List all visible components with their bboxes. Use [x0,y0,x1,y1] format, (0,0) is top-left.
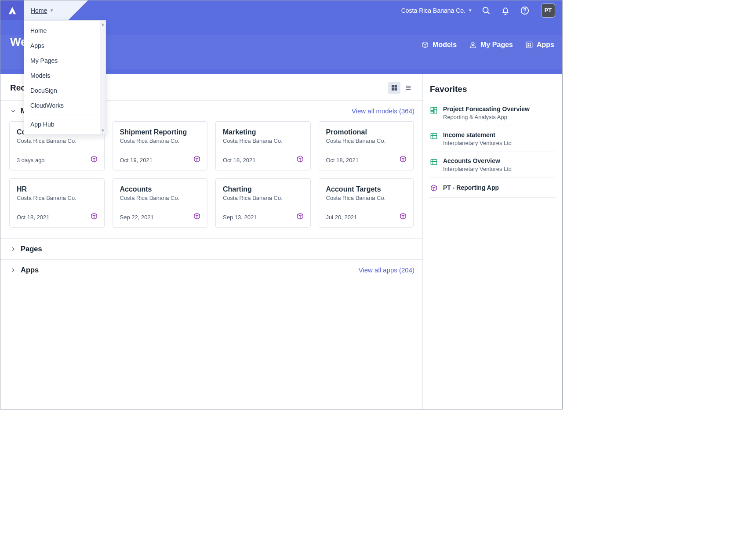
svg-point-0 [483,7,488,12]
svg-point-3 [524,12,525,13]
logo-icon [7,6,17,15]
svg-rect-12 [392,88,394,91]
dropdown-item[interactable]: Models [24,68,100,83]
svg-rect-20 [431,111,433,113]
svg-line-1 [487,11,489,13]
model-card-title: Shipment Reporting [120,128,201,136]
models-grid: Costa Rica BananaCosta Rica Banana Co.3 … [0,121,422,238]
dropdown-item[interactable]: App Hub [24,117,100,132]
model-card[interactable]: ChartingCosta Rica Banana Co.Sep 13, 202… [215,178,311,228]
svg-point-4 [472,42,474,45]
svg-rect-8 [527,45,529,47]
dropdown-item[interactable]: DocuSign [24,83,100,98]
svg-rect-9 [530,45,531,47]
model-card[interactable]: PromotionalCosta Rica Banana Co.Oct 18, … [319,121,414,170]
topbar: Home ▾ Costa Rica Banana Co. ▾ PT [0,0,562,20]
svg-rect-10 [392,85,394,87]
svg-rect-19 [434,110,437,113]
apps-heading: Apps [21,266,39,274]
nav-models-label: Models [433,41,457,49]
view-all-apps-link[interactable]: View all apps (204) [359,266,414,274]
model-card[interactable]: Account TargetsCosta Rica Banana Co.Jul … [319,178,414,228]
model-card-date: Jul 20, 2021 [326,214,357,221]
pages-section-head: Pages [0,239,422,259]
favorite-icon [430,158,438,166]
model-card-subtitle: Costa Rica Banana Co. [17,195,98,201]
svg-rect-21 [431,134,437,139]
nav-apps[interactable]: Apps [525,41,554,49]
model-card-title: Marketing [223,128,304,136]
nav-models[interactable]: Models [421,41,457,49]
svg-rect-6 [527,43,529,44]
favorite-title: PT - Reporting App [443,184,499,191]
model-icon [193,155,201,165]
model-card-title: Charting [223,185,304,193]
breadcrumb-dropdown[interactable]: HomeAppsMy PagesModelsDocuSignCloudWorks… [24,20,106,135]
grid-view-button[interactable] [388,82,400,94]
favorite-item[interactable]: Income statementInterplanetary Ventures … [429,126,556,152]
dropdown-item[interactable]: My Pages [24,53,100,68]
model-card-subtitle: Costa Rica Banana Co. [223,195,304,201]
model-card-title: Promotional [326,128,407,136]
svg-rect-24 [431,159,437,165]
pages-toggle[interactable] [10,246,16,252]
scroll-down-icon[interactable]: ▼ [101,128,105,134]
nav-apps-label: Apps [537,41,554,49]
model-card-subtitle: Costa Rica Banana Co. [17,138,98,144]
scroll-up-icon[interactable]: ▲ [101,22,105,27]
model-card-subtitle: Costa Rica Banana Co. [223,138,304,144]
breadcrumb-tab[interactable]: Home ▾ [24,0,68,20]
model-card[interactable]: HRCosta Rica Banana Co.Oct 18, 2021 [9,178,105,228]
model-icon [296,212,304,222]
nav-my-pages[interactable]: My Pages [469,41,513,49]
favorite-icon [430,132,438,140]
dropdown-scrollbar[interactable]: ▲ ▼ [100,21,105,134]
bell-icon[interactable] [501,6,510,15]
favorite-icon [430,184,438,192]
apps-toggle[interactable] [10,267,16,273]
model-icon [193,212,201,222]
dropdown-item[interactable]: Apps [24,38,100,53]
favorite-subtitle: Interplanetary Ventures Ltd [443,166,512,172]
dropdown-separator [29,115,95,115]
model-card[interactable]: AccountsCosta Rica Banana Co.Sep 22, 202… [113,178,208,228]
favorites-list: Project Forecasting OverviewReporting & … [429,100,556,198]
svg-rect-13 [395,88,397,91]
dropdown-item[interactable]: CloudWorks [24,98,100,113]
favorite-subtitle: Reporting & Analysis App [443,114,530,120]
model-card-subtitle: Costa Rica Banana Co. [120,138,201,144]
model-card-date: Oct 18, 2021 [223,157,255,163]
breadcrumb-home-link[interactable]: Home [31,7,47,14]
workspace-name: Costa Rica Banana Co. [401,7,465,14]
model-card-subtitle: Costa Rica Banana Co. [326,195,407,201]
svg-rect-18 [434,107,437,109]
favorite-title: Project Forecasting Overview [443,105,530,112]
svg-rect-11 [395,85,397,87]
help-icon[interactable] [520,6,530,15]
model-card-date: Sep 13, 2021 [223,214,257,221]
workspace-picker[interactable]: Costa Rica Banana Co. ▾ [401,7,472,14]
avatar[interactable]: PT [541,4,555,18]
favorite-item[interactable]: Accounts OverviewInterplanetary Ventures… [429,152,556,178]
dropdown-list: HomeAppsMy PagesModelsDocuSignCloudWorks… [24,21,100,134]
favorite-item[interactable]: Project Forecasting OverviewReporting & … [429,100,556,126]
nav-my-pages-label: My Pages [480,41,513,49]
dropdown-item[interactable]: Home [24,23,100,38]
app-logo[interactable] [0,0,24,20]
model-card[interactable]: MarketingCosta Rica Banana Co.Oct 18, 20… [215,121,311,170]
list-view-button[interactable] [402,82,414,94]
model-card-date: 3 days ago [17,157,45,163]
model-icon [90,212,98,222]
model-card-title: Account Targets [326,185,407,193]
model-card-subtitle: Costa Rica Banana Co. [120,195,201,201]
view-all-models-link[interactable]: View all models (364) [352,107,414,115]
search-icon[interactable] [481,6,491,15]
model-card[interactable]: Shipment ReportingCosta Rica Banana Co.O… [113,121,208,170]
view-toggle [388,82,414,94]
chevron-down-icon: ▾ [469,7,472,13]
svg-rect-7 [530,43,531,44]
model-card-date: Oct 18, 2021 [326,157,359,163]
pages-heading: Pages [21,245,42,253]
models-toggle[interactable] [10,108,16,114]
favorite-item[interactable]: PT - Reporting App [429,178,556,198]
